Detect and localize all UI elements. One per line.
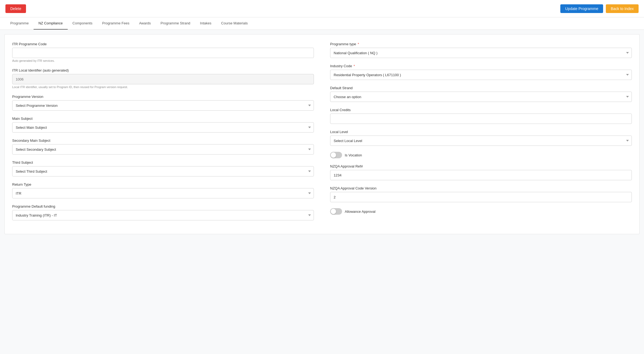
programme-type-group: Programme type * National Qualification … xyxy=(330,42,632,58)
return-type-label: Return Type xyxy=(12,182,314,186)
toolbar-left: Delete xyxy=(5,4,26,13)
itr-local-id-hint: Local ITR identifier, usually set to Pro… xyxy=(12,85,314,89)
is-vocation-label: Is Vocation xyxy=(345,153,362,157)
local-credits-label: Local Credits xyxy=(330,108,632,112)
itr-programme-code-input[interactable] xyxy=(12,48,314,58)
return-type-select[interactable]: ITR xyxy=(12,188,314,198)
itr-local-id-input[interactable] xyxy=(12,74,314,84)
tab-awards[interactable]: Awards xyxy=(134,17,156,30)
local-credits-group: Local Credits xyxy=(330,108,632,124)
itr-local-id-label: ITR Local Identifier (auto generated) xyxy=(12,68,314,72)
itr-programme-code-hint: Auto generated by ITR services. xyxy=(12,59,314,62)
programme-type-label: Programme type * xyxy=(330,42,632,46)
local-level-group: Local Level Select Local Level xyxy=(330,130,632,146)
programme-version-select[interactable]: Select Programme Version xyxy=(12,100,314,111)
itr-programme-code-label: ITR Programme Code xyxy=(12,42,314,46)
allowance-approval-label: Allowance Approval xyxy=(345,210,375,214)
tab-programme[interactable]: Programme xyxy=(5,17,34,30)
form-grid: ITR Programme Code Auto generated by ITR… xyxy=(12,42,632,226)
tab-nz-compliance[interactable]: NZ Compliance xyxy=(34,17,68,30)
secondary-subject-label: Secondary Main Subject xyxy=(12,139,314,143)
third-subject-select[interactable]: Select Third Subject xyxy=(12,166,314,176)
default-strand-group: Default Strand Choose an option xyxy=(330,86,632,102)
main-subject-group: Main Subject Select Main Subject xyxy=(12,117,314,133)
industry-code-label: Industry Code * xyxy=(330,64,632,68)
tab-course-materials[interactable]: Course Materials xyxy=(216,17,253,30)
programme-type-required: * xyxy=(358,42,359,46)
third-subject-label: Third Subject xyxy=(12,160,314,165)
allowance-approval-toggle[interactable] xyxy=(330,208,342,215)
nzqa-approval-code-version-label: NZQA Approval Code Version xyxy=(330,186,632,190)
main-subject-select[interactable]: Select Main Subject xyxy=(12,122,314,133)
right-column: Programme type * National Qualification … xyxy=(330,42,632,226)
tabs-nav: Programme NZ Compliance Components Progr… xyxy=(0,17,644,30)
industry-code-required: * xyxy=(354,64,355,68)
tab-programme-strand[interactable]: Programme Strand xyxy=(156,17,195,30)
itr-local-id-group: ITR Local Identifier (auto generated) Lo… xyxy=(12,68,314,89)
is-vocation-group: Is Vocation xyxy=(330,152,632,158)
local-level-label: Local Level xyxy=(330,130,632,134)
form-content: ITR Programme Code Auto generated by ITR… xyxy=(4,34,640,234)
nzqa-approval-ref-input[interactable] xyxy=(330,170,632,180)
main-subject-label: Main Subject xyxy=(12,117,314,121)
industry-code-group: Industry Code * Residential Property Ope… xyxy=(330,64,632,80)
default-funding-group: Programme Default funding Industry Train… xyxy=(12,204,314,220)
local-credits-input[interactable] xyxy=(330,114,632,124)
left-column: ITR Programme Code Auto generated by ITR… xyxy=(12,42,314,226)
default-strand-label: Default Strand xyxy=(330,86,632,90)
secondary-subject-select[interactable]: Select Secondary Subject xyxy=(12,144,314,155)
itr-programme-code-group: ITR Programme Code Auto generated by ITR… xyxy=(12,42,314,62)
allowance-approval-group: Allowance Approval xyxy=(330,208,632,215)
nzqa-approval-code-version-group: NZQA Approval Code Version xyxy=(330,186,632,202)
secondary-subject-group: Secondary Main Subject Select Secondary … xyxy=(12,139,314,155)
back-to-index-button[interactable]: Back to Index xyxy=(606,4,639,13)
programme-version-label: Programme Version xyxy=(12,95,314,99)
update-programme-button[interactable]: Update Programme xyxy=(560,4,603,13)
tab-components[interactable]: Components xyxy=(68,17,97,30)
tab-intakes[interactable]: Intakes xyxy=(195,17,216,30)
nzqa-approval-code-version-input[interactable] xyxy=(330,192,632,202)
delete-button[interactable]: Delete xyxy=(5,4,26,13)
third-subject-group: Third Subject Select Third Subject xyxy=(12,160,314,176)
default-strand-select[interactable]: Choose an option xyxy=(330,92,632,102)
industry-code-select[interactable]: Residential Property Operators ( L671100… xyxy=(330,70,632,80)
nzqa-approval-ref-label: NZQA Approval Ref# xyxy=(330,164,632,168)
is-vocation-toggle[interactable] xyxy=(330,152,342,158)
default-funding-select[interactable]: Industry Training (ITR) - IT xyxy=(12,210,314,220)
programme-version-group: Programme Version Select Programme Versi… xyxy=(12,95,314,111)
default-funding-label: Programme Default funding xyxy=(12,204,314,208)
tab-programme-fees[interactable]: Programme Fees xyxy=(97,17,134,30)
toolbar: Delete Update Programme Back to Index xyxy=(0,0,644,17)
nzqa-approval-ref-group: NZQA Approval Ref# xyxy=(330,164,632,180)
return-type-group: Return Type ITR xyxy=(12,182,314,198)
local-level-select[interactable]: Select Local Level xyxy=(330,136,632,146)
toolbar-right: Update Programme Back to Index xyxy=(560,4,639,13)
programme-type-select[interactable]: National Qualification ( NQ ) xyxy=(330,48,632,58)
